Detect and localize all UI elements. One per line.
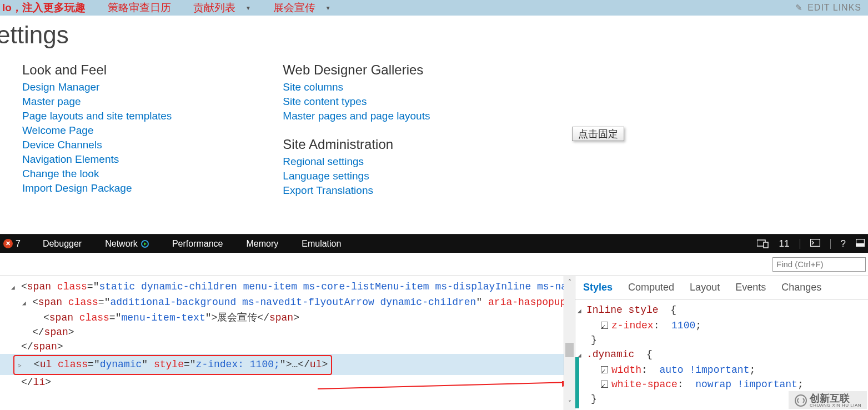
- watermark-logo-icon: [794, 394, 807, 407]
- responsive-count: 11: [779, 238, 790, 249]
- tab-debugger[interactable]: Debugger: [43, 239, 82, 249]
- tab-performance[interactable]: Performance: [172, 239, 223, 249]
- find-input[interactable]: [772, 257, 866, 272]
- link-regional-settings[interactable]: Regional settings: [283, 156, 430, 168]
- nav-item-label: 贡献列表: [193, 1, 235, 15]
- settings-col-right: Web Designer Galleries Site columns Site…: [283, 54, 430, 198]
- category-heading: Look and Feel: [22, 62, 172, 78]
- console-icon[interactable]: [810, 238, 820, 249]
- dom-close-tag[interactable]: </span>: [21, 325, 573, 339]
- devtools-right-icons: 11 ?: [757, 238, 865, 249]
- link-master-page[interactable]: Master page: [22, 96, 172, 108]
- link-device-channels[interactable]: Device Channels: [22, 139, 172, 151]
- dom-node-selected[interactable]: ▷ <ul class="dynamic" style="z-index: 11…: [0, 354, 573, 375]
- dom-tree-pane: ◢<span class="static dynamic-children me…: [0, 276, 575, 410]
- link-export-translations[interactable]: Export Translations: [283, 184, 430, 197]
- tab-events[interactable]: Events: [735, 282, 766, 293]
- css-property[interactable]: width: auto !important;: [586, 363, 868, 377]
- vertical-scrollbar[interactable]: ˄ ˅: [564, 276, 575, 410]
- watermark-sub: CHUANG XIN HU LIAN: [810, 403, 861, 408]
- dom-close-tag[interactable]: </li>: [21, 375, 573, 389]
- pencil-icon: ✎: [795, 3, 803, 13]
- tab-computed[interactable]: Computed: [628, 282, 674, 293]
- tab-emulation[interactable]: Emulation: [302, 239, 341, 249]
- svg-rect-1: [764, 242, 768, 248]
- divider: [800, 239, 800, 249]
- styles-pane: Styles Computed Layout Events Changes ◢I…: [575, 276, 868, 410]
- css-property[interactable]: z-index: 1100;: [586, 318, 868, 333]
- error-counter[interactable]: ✕ 7: [3, 239, 21, 249]
- scroll-down-icon[interactable]: ˅: [568, 397, 571, 410]
- nav-item-exhibition-promo[interactable]: 展会宣传 ▼: [273, 1, 331, 15]
- css-brace-close: }: [586, 333, 868, 347]
- nav-slogan: lo，注入更多玩趣: [2, 1, 86, 15]
- devtools-subtoolbar: [0, 253, 868, 276]
- dom-node[interactable]: <span class="menu-item-text">展会宣传</span>: [21, 311, 573, 325]
- link-navigation-elements[interactable]: Navigation Elements: [22, 153, 172, 166]
- edit-links-label: EDIT LINKS: [807, 3, 861, 13]
- divider: [830, 239, 831, 249]
- tab-network[interactable]: Network: [105, 239, 149, 249]
- expand-icon[interactable]: ▷: [18, 358, 24, 373]
- tab-styles[interactable]: Styles: [583, 282, 613, 293]
- nav-item-strategy-calendar[interactable]: 策略审查日历: [108, 1, 171, 15]
- edit-links-button[interactable]: ✎ EDIT LINKS: [795, 3, 861, 13]
- link-design-manager[interactable]: Design Manager: [22, 81, 172, 93]
- dock-icon[interactable]: [856, 238, 865, 249]
- dom-close-tag[interactable]: </span>: [21, 339, 573, 354]
- tab-changes[interactable]: Changes: [781, 282, 821, 293]
- error-count: 7: [16, 239, 21, 249]
- css-rule-dynamic[interactable]: ◢.dynamic {: [586, 347, 868, 363]
- devtools-panel: ✕ 7 Debugger Network Performance Memory …: [0, 234, 868, 410]
- page-title: ettings: [0, 16, 868, 54]
- chevron-down-icon: ▼: [325, 5, 331, 11]
- chevron-down-icon: ▼: [245, 5, 251, 11]
- watermark-brand: 创新互联: [810, 393, 861, 403]
- error-icon: ✕: [3, 239, 13, 248]
- scroll-up-icon[interactable]: ˄: [568, 276, 571, 289]
- link-site-columns[interactable]: Site columns: [283, 81, 430, 93]
- svg-rect-4: [856, 243, 865, 247]
- collapse-icon[interactable]: ◢: [578, 304, 584, 318]
- link-language-settings[interactable]: Language settings: [283, 170, 430, 182]
- responsive-icon[interactable]: [757, 239, 769, 248]
- tab-memory[interactable]: Memory: [246, 239, 278, 249]
- settings-area: Look and Feel Design Manager Master page…: [0, 54, 868, 198]
- link-welcome-page[interactable]: Welcome Page: [22, 124, 172, 137]
- top-navbar: lo，注入更多玩趣 策略审查日历 贡献列表 ▼ 展会宣传 ▼ ✎ EDIT LI…: [0, 0, 868, 16]
- property-checkbox[interactable]: [601, 381, 608, 388]
- link-import-design-package[interactable]: Import Design Package: [22, 182, 172, 194]
- pin-here-tooltip[interactable]: 点击固定: [572, 127, 624, 141]
- link-site-content-types[interactable]: Site content types: [283, 96, 430, 108]
- property-checkbox[interactable]: [601, 322, 608, 329]
- link-change-look[interactable]: Change the look: [22, 168, 172, 180]
- devtools-tabbar: ✕ 7 Debugger Network Performance Memory …: [0, 234, 868, 253]
- category-heading: Site Administration: [283, 137, 430, 152]
- dom-node[interactable]: ◢<span class="static dynamic-children me…: [21, 279, 573, 295]
- css-property[interactable]: white-space: nowrap !important;: [586, 377, 868, 392]
- watermark: 创新互联 CHUANG XIN HU LIAN: [789, 391, 867, 409]
- styles-tabbar: Styles Computed Layout Events Changes: [575, 276, 868, 299]
- nav-item-label: 展会宣传: [273, 1, 315, 15]
- expand-icon[interactable]: ◢: [11, 281, 18, 295]
- devtools-body: ◢<span class="static dynamic-children me…: [0, 276, 868, 410]
- tab-layout[interactable]: Layout: [690, 282, 720, 293]
- dom-node[interactable]: ◢<span class="additional-background ms-n…: [21, 295, 573, 311]
- category-heading: Web Designer Galleries: [283, 62, 430, 78]
- rule-source-indicator: [575, 357, 579, 408]
- property-checkbox[interactable]: [601, 366, 608, 373]
- css-rule-inline[interactable]: ◢Inline style {: [586, 303, 868, 318]
- scrollbar-thumb[interactable]: [565, 343, 574, 357]
- link-master-pages-layouts[interactable]: Master pages and page layouts: [283, 110, 430, 122]
- help-icon[interactable]: ?: [841, 238, 846, 249]
- expand-icon[interactable]: ◢: [22, 296, 29, 311]
- nav-item-contribution-list[interactable]: 贡献列表 ▼: [193, 1, 251, 15]
- record-icon: [141, 240, 149, 248]
- link-page-layouts[interactable]: Page layouts and site templates: [22, 110, 172, 122]
- nav-item-label: 策略审查日历: [108, 1, 171, 15]
- settings-col-lookandfeel: Look and Feel Design Manager Master page…: [22, 54, 172, 198]
- tab-network-label: Network: [105, 239, 138, 249]
- svg-rect-2: [810, 239, 820, 246]
